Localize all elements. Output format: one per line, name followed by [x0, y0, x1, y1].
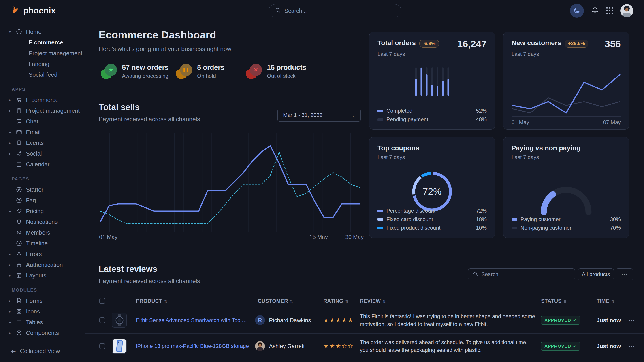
- sidebar-item-label: Social: [26, 150, 42, 157]
- sidebar-item-icons[interactable]: ▸Icons: [0, 306, 85, 317]
- layout-icon: [16, 272, 22, 279]
- date-range-select[interactable]: Mar 1 - 31, 2022 ⌄: [278, 109, 361, 122]
- legend-chip: [378, 218, 383, 221]
- sidebar-subitem-social-feed[interactable]: Social feed: [0, 69, 85, 80]
- warning-icon: [16, 251, 22, 257]
- legend-label: Completed: [386, 108, 412, 114]
- sidebar-item-label: Project management: [26, 107, 80, 114]
- stat-sublabel: On hold: [197, 73, 224, 79]
- sidebar-item-authentication[interactable]: ▸Authentication: [0, 259, 85, 270]
- sort-icon: ⇅: [164, 299, 168, 304]
- clock-icon: [16, 240, 22, 247]
- legend-chip: [378, 118, 383, 121]
- sidebar-item-home[interactable]: ▾Home: [0, 26, 85, 37]
- sidebar-item-chat[interactable]: Chat: [0, 116, 85, 127]
- legend-label: Non-paying customer: [520, 225, 572, 231]
- review-text: This Fitbit is fantastic! I was trying t…: [360, 312, 536, 328]
- avatar-initial: R: [258, 317, 262, 323]
- new-customers-chart: [511, 69, 621, 116]
- order-bar: [421, 67, 422, 96]
- sidebar-subitem-e-commerce[interactable]: E commerce: [0, 37, 85, 48]
- sidebar-item-pricing[interactable]: ▸Pricing: [0, 206, 85, 216]
- table-row: Fitbit Sense Advanced Smartwatch with To…: [85, 307, 644, 334]
- caret-right-icon: ▸: [8, 151, 12, 156]
- user-avatar[interactable]: [620, 4, 633, 17]
- card-period: Last 7 days: [378, 154, 487, 160]
- sidebar-item-notifications[interactable]: Notifications: [0, 216, 85, 227]
- sidebar-item-label: Members: [26, 229, 50, 236]
- card-value: 356: [604, 39, 621, 49]
- sidebar-item-label: Icons: [26, 308, 40, 315]
- reviews-table-header: PRODUCT⇅CUSTOMER⇅RATING⇅REVIEW⇅STATUS⇅TI…: [85, 295, 644, 307]
- brand-logo[interactable]: phoenix: [10, 5, 56, 16]
- collapsed-view-toggle[interactable]: ⇤ Collapsed View: [0, 340, 85, 362]
- sidebar-item-errors[interactable]: ▸Errors: [0, 249, 85, 259]
- total-orders-card: Total orders -6.8% 16,247 Last 7 days Co…: [369, 32, 495, 130]
- calendar-icon: [16, 161, 22, 168]
- row-more-button[interactable]: ⋯: [628, 317, 635, 324]
- order-bar: [442, 67, 444, 96]
- theme-toggle-button[interactable]: [570, 4, 584, 18]
- table-icon: [16, 319, 22, 326]
- sidebar-item-timeline[interactable]: Timeline: [0, 238, 85, 249]
- sidebar-subitem-landing[interactable]: Landing: [0, 58, 85, 69]
- row-checkbox[interactable]: [99, 343, 105, 349]
- sidebar-item-label: Chat: [26, 118, 38, 125]
- product-link[interactable]: iPhone 13 pro max-Pacific Blue-128GB sto…: [136, 343, 249, 349]
- sidebar-item-label: Calendar: [26, 161, 50, 168]
- row-checkbox[interactable]: [99, 317, 105, 323]
- all-products-button[interactable]: All products: [578, 268, 614, 280]
- users-icon: [16, 229, 22, 236]
- notifications-button[interactable]: [591, 6, 599, 15]
- card-value: 16,247: [457, 39, 487, 49]
- product-thumbnail[interactable]: [112, 313, 127, 328]
- product-thumbnail[interactable]: [112, 339, 127, 354]
- column-header-product[interactable]: PRODUCT⇅: [136, 298, 168, 304]
- card-period: Last 7 days: [512, 51, 621, 57]
- doc-icon: [16, 297, 22, 304]
- column-header-rating[interactable]: RATING⇅: [323, 298, 348, 304]
- sidebar-item-starter[interactable]: Starter: [0, 184, 85, 195]
- caret-right-icon: ▸: [8, 273, 12, 278]
- review-text: The order was delivered ahead of schedul…: [360, 338, 536, 354]
- sidebar-item-label: Components: [26, 330, 59, 337]
- sidebar-item-e-commerce[interactable]: ▸E commerce: [0, 95, 85, 105]
- search-input[interactable]: [284, 7, 395, 14]
- reviews-search-input[interactable]: [481, 271, 570, 278]
- reviews-more-button[interactable]: ⋯: [616, 268, 633, 280]
- product-link[interactable]: Fitbit Sense Advanced Smartwatch with To…: [136, 317, 249, 323]
- sidebar-item-label: Authentication: [26, 261, 63, 268]
- sidebar-section-label: MODULES: [12, 288, 85, 293]
- sidebar-item-components[interactable]: ▸Components: [0, 328, 85, 338]
- apps-menu-button[interactable]: [606, 7, 613, 14]
- paying-card: Paying vs non paying Last 7 days Paying …: [503, 137, 629, 238]
- column-header-review[interactable]: REVIEW⇅: [360, 298, 386, 304]
- sidebar-subitem-project-management[interactable]: Project management: [0, 48, 85, 58]
- sidebar-item-faq[interactable]: Faq: [0, 195, 85, 206]
- select-all-checkbox[interactable]: [99, 298, 105, 304]
- sidebar-item-email[interactable]: ▸Email: [0, 127, 85, 137]
- sidebar-item-events[interactable]: ▸Events: [0, 137, 85, 148]
- column-header-customer[interactable]: CUSTOMER⇅: [258, 298, 293, 304]
- sidebar-item-calendar[interactable]: Calendar: [0, 159, 85, 170]
- row-more-button[interactable]: ⋯: [628, 343, 635, 350]
- legend-row: Percentage discount72%: [378, 207, 487, 215]
- tag-icon: [16, 208, 22, 214]
- sidebar-item-members[interactable]: Members: [0, 227, 85, 238]
- column-header-time[interactable]: TIME⇅: [596, 298, 614, 304]
- main-content: Ecommerce Dashboard Here's what's going …: [85, 21, 644, 362]
- sidebar-item-project-management[interactable]: ▸Project management: [0, 105, 85, 116]
- chevron-down-icon: ⌄: [351, 112, 355, 118]
- column-header-status[interactable]: STATUS⇅: [541, 298, 566, 304]
- legend-chip: [512, 227, 517, 229]
- reviews-search[interactable]: [468, 268, 575, 280]
- global-search[interactable]: [268, 4, 402, 17]
- sort-icon: ⇅: [383, 299, 386, 304]
- stat-sublabel: Awating processing: [122, 73, 168, 79]
- sidebar-item-forms[interactable]: ▸Forms: [0, 295, 85, 306]
- customer-name: Ashley Garrett: [269, 343, 305, 350]
- clipboard-icon: [16, 107, 22, 114]
- sidebar-item-tables[interactable]: ▸Tables: [0, 317, 85, 328]
- sidebar-item-social[interactable]: ▸Social: [0, 148, 85, 159]
- sidebar-item-layouts[interactable]: ▸Layouts: [0, 270, 85, 281]
